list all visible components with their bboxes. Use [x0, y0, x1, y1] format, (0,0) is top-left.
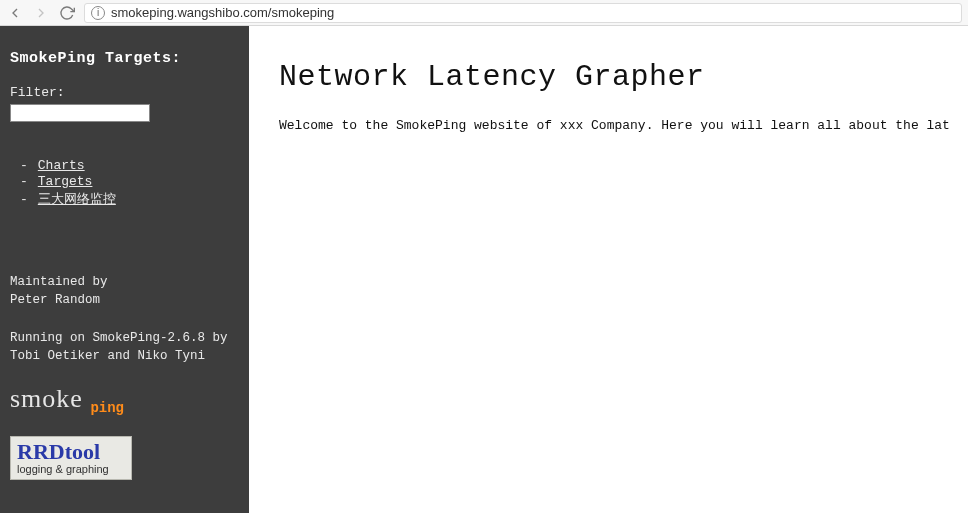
- nav-link[interactable]: Targets: [38, 174, 93, 189]
- smokeping-logo[interactable]: smoke ping: [10, 384, 122, 414]
- page-body: SmokePing Targets: Filter: -Charts -Targ…: [0, 26, 968, 513]
- nav-link[interactable]: Charts: [38, 158, 85, 173]
- bullet-icon: -: [20, 192, 28, 207]
- sidebar-title: SmokePing Targets:: [10, 50, 239, 67]
- filter-label: Filter:: [10, 85, 239, 100]
- logo-smoke-text: smoke: [10, 384, 83, 413]
- nav-link[interactable]: 三大网络监控: [38, 192, 116, 207]
- bullet-icon: -: [20, 174, 28, 189]
- maintainer-name: Peter Random: [10, 292, 239, 309]
- bullet-icon: -: [20, 158, 28, 173]
- forward-button[interactable]: [32, 4, 50, 22]
- main-content: Network Latency Grapher Welcome to the S…: [249, 26, 968, 513]
- browser-toolbar: i smokeping.wangshibo.com/smokeping: [0, 0, 968, 26]
- nav-item-charts[interactable]: -Charts: [20, 158, 239, 173]
- sidebar: SmokePing Targets: Filter: -Charts -Targ…: [0, 26, 249, 513]
- rrdtool-logo-title: RRDtool: [17, 441, 125, 463]
- page-title: Network Latency Grapher: [279, 60, 968, 94]
- welcome-text: Welcome to the SmokePing website of xxx …: [279, 118, 968, 133]
- rrdtool-logo-subtitle: logging & graphing: [17, 464, 125, 475]
- logo-ping-text: ping: [90, 400, 124, 416]
- back-button[interactable]: [6, 4, 24, 22]
- nav-item-three-networks[interactable]: -三大网络监控: [20, 190, 239, 208]
- address-bar[interactable]: i smokeping.wangshibo.com/smokeping: [84, 3, 962, 23]
- rrdtool-logo[interactable]: RRDtool logging & graphing: [10, 436, 132, 480]
- reload-button[interactable]: [58, 4, 76, 22]
- sidebar-footer: Maintained by Peter Random Running on Sm…: [10, 274, 239, 366]
- site-info-icon[interactable]: i: [91, 6, 105, 20]
- authors-label: Tobi Oetiker and Niko Tyni: [10, 348, 239, 365]
- nav-item-targets[interactable]: -Targets: [20, 174, 239, 189]
- url-text: smokeping.wangshibo.com/smokeping: [111, 5, 334, 20]
- nav-list: -Charts -Targets -三大网络监控: [20, 158, 239, 209]
- running-on-label: Running on SmokePing-2.6.8 by: [10, 330, 239, 347]
- maintained-by-label: Maintained by: [10, 274, 239, 291]
- filter-input[interactable]: [10, 104, 150, 122]
